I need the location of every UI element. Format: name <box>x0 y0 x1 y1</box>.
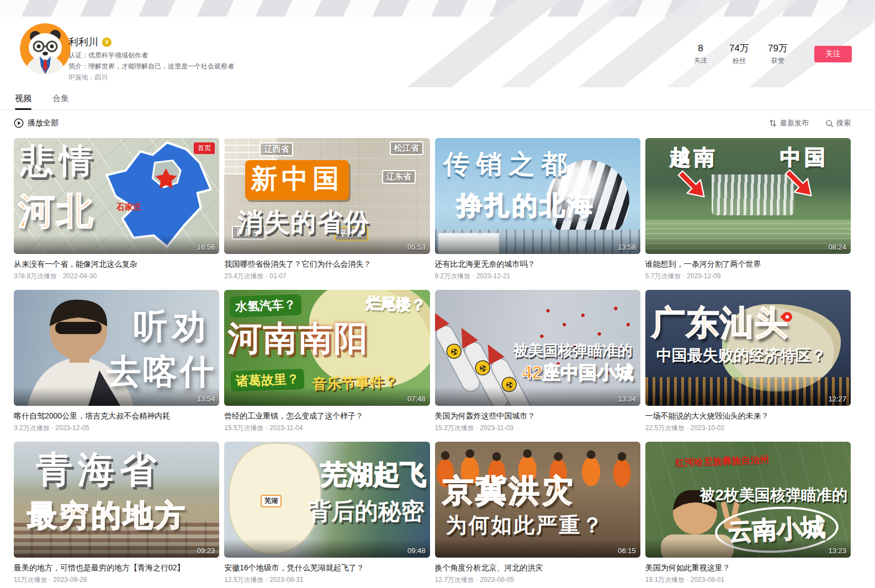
thumb-text-main: 河南南阳 <box>227 315 369 362</box>
video-card[interactable]: 09:23 青海省最穷的地方 最美的地方，可惜也是最穷的地方【青海之行02】 1… <box>14 442 219 584</box>
video-title[interactable]: 安徽16个地级市，凭什么芜湖就起飞了？ <box>224 563 429 573</box>
video-title[interactable]: 一场不能说的大火烧毁汕头的未来？ <box>645 411 851 421</box>
video-grid: 16:56 悲情河北石家庄首页 从来没有一个省，能像河北这么复杂 378.8万次… <box>0 136 875 584</box>
video-title[interactable]: 从来没有一个省，能像河北这么复杂 <box>14 259 219 269</box>
play-all-button[interactable]: 播放全部 <box>14 118 59 128</box>
thumb-text-accent: 最穷的地方 <box>27 496 187 536</box>
thumb-text-accent: 广东汕头 <box>652 301 789 346</box>
search-button[interactable]: 搜索 <box>825 118 851 128</box>
video-duration: 12:27 <box>828 395 846 403</box>
video-thumbnail[interactable]: 09:48 芜湖芜湖起飞背后的秘密 <box>224 442 429 558</box>
thumb-text-main: 被2枚美国核弹瞄准的 <box>699 485 847 506</box>
thumb-text-main: 悲情 <box>20 139 98 184</box>
video-meta: 378.8万次播放 · 2022-04-30 <box>14 272 219 280</box>
red-arrow-left-icon <box>677 169 708 200</box>
video-thumbnail[interactable]: 13:54 听劝去喀什 <box>14 290 219 406</box>
thumb-text-accent: 河北 <box>18 187 96 236</box>
video-title[interactable]: 美国为何轰炸这些中国城市？ <box>435 411 640 421</box>
video-thumbnail[interactable]: 13:23 红河哈尼族彝族自治州被2枚美国核弹瞄准的云南小城 <box>645 442 851 558</box>
profile-header: 利利川 V 认证：优质科学领域创作者 简介：理解世界，才能理解自己，这里是一个社… <box>0 0 875 87</box>
thumb-text-main: 为何如此严重？ <box>446 511 604 539</box>
video-duration: 16:56 <box>197 243 215 251</box>
video-meta: 11万次播放 · 2023-09-28 <box>14 576 219 584</box>
video-card[interactable]: 13:34 ☢被美国核弹瞄准的42座中国小城 美国为何轰炸这些中国城市？ 15.… <box>435 290 640 432</box>
video-meta: 22.5万次播放 · 2023-10-02 <box>645 424 851 432</box>
video-duration: 13:23 <box>828 547 846 555</box>
play-circle-icon <box>14 118 24 128</box>
tab-bar: 视频 合集 <box>0 87 875 110</box>
video-card[interactable]: 07:48 水氢汽车？烂尾楼？河南南阳诸葛故里？音乐节事件？ 曾经的工业重镇，怎… <box>224 290 429 432</box>
video-title[interactable]: 谁能想到，一条河分割了两个世界 <box>645 259 851 269</box>
thumb-text-accent: 42座中国小城 <box>522 361 634 385</box>
video-meta: 23.4万次播放 · 01-07 <box>224 272 429 280</box>
stat-followers[interactable]: 74万 粉丝 <box>723 42 755 66</box>
thumb-text-main: 背后的秘密 <box>309 496 425 527</box>
avatar[interactable] <box>20 23 71 74</box>
video-card[interactable]: 05:53 辽西省松江省辽东省西康省平原省新中国消失的省份 我国哪些省份消失了？… <box>224 138 429 280</box>
video-card[interactable]: 12:27 广东汕头中国最失败的经济特区？ 一场不能说的大火烧毁汕头的未来？ 2… <box>645 290 851 432</box>
video-duration: 08:24 <box>828 243 846 251</box>
video-thumbnail[interactable]: 06:15 京冀洪灾为何如此严重？ <box>435 442 640 558</box>
video-card[interactable]: 13:54 听劝去喀什 喀什自驾2000公里，塔吉克大叔不会精神内耗 3.2万次… <box>14 290 219 432</box>
ip-location-line: IP属地：四川 <box>68 73 234 82</box>
video-card[interactable]: 16:56 悲情河北石家庄首页 从来没有一个省，能像河北这么复杂 378.8万次… <box>14 138 219 280</box>
video-duration: 06:15 <box>618 547 636 555</box>
video-title[interactable]: 最美的地方，可惜也是最穷的地方【青海之行02】 <box>14 563 219 573</box>
video-meta: 3.2万次播放 · 2023-12-05 <box>14 424 219 432</box>
video-title[interactable]: 我国哪些省份消失了？它们为什么会消失？ <box>224 259 429 269</box>
thumb-text-main: 青海省 <box>36 445 162 495</box>
video-meta: 15.5万次播放 · 2023-11-04 <box>224 424 429 432</box>
thumb-text-main: 去喀什 <box>107 348 216 395</box>
verified-badge-icon: V <box>102 38 112 47</box>
video-thumbnail[interactable]: 16:56 悲情河北石家庄首页 <box>14 138 219 254</box>
video-duration: 07:48 <box>407 395 426 403</box>
video-meta: 19.1万次播放 · 2023-08-01 <box>645 576 851 584</box>
video-title[interactable]: 美国为何如此重视这里？ <box>645 563 851 573</box>
video-title[interactable]: 喀什自驾2000公里，塔吉克大叔不会精神内耗 <box>14 411 219 421</box>
waterfall-icon <box>712 174 794 215</box>
thumb-text-accent: 挣扎的北海 <box>457 189 595 223</box>
province-label: 松江省 <box>390 141 423 155</box>
video-thumbnail[interactable]: 08:24 越南中国 <box>645 138 851 254</box>
video-card[interactable]: 09:48 芜湖芜湖起飞背后的秘密 安徽16个地级市，凭什么芜湖就起飞了？ 12… <box>224 442 429 584</box>
video-thumbnail[interactable]: 07:48 水氢汽车？烂尾楼？河南南阳诸葛故里？音乐节事件？ <box>224 290 429 406</box>
video-thumbnail[interactable]: 13:34 ☢被美国核弹瞄准的42座中国小城 <box>435 290 640 406</box>
corner-badge: 首页 <box>194 142 215 154</box>
thumb-text-accent: 芜湖起飞 <box>321 457 427 492</box>
sort-button[interactable]: 最新发布 <box>768 118 809 128</box>
video-title[interactable]: 换个角度分析北京、河北的洪灾 <box>435 563 640 573</box>
video-card[interactable]: 08:24 越南中国 谁能想到，一条河分割了两个世界 5.7万次播放 · 202… <box>645 138 851 280</box>
video-thumbnail[interactable]: 13:58 传销之都挣扎的北海 <box>435 138 640 254</box>
video-duration: 09:48 <box>407 547 426 555</box>
water-icon <box>645 220 851 254</box>
thumb-text-accent: 京冀洪灾 <box>443 470 575 512</box>
video-meta: 12.7万次播放 · 2023-08-05 <box>435 576 640 584</box>
video-card[interactable]: 13:23 红河哈尼族彝族自治州被2枚美国核弹瞄准的云南小城 美国为何如此重视这… <box>645 442 851 584</box>
certification-line: 认证：优质科学领域创作者 <box>68 51 234 60</box>
video-card[interactable]: 06:15 京冀洪灾为何如此严重？ 换个角度分析北京、河北的洪灾 12.7万次播… <box>435 442 640 584</box>
follow-button[interactable]: 关注 <box>814 46 852 62</box>
bio-line: 简介：理解世界，才能理解自己，这里是一个社会观察者 <box>68 62 234 71</box>
stat-likes[interactable]: 79万 获赞 <box>762 42 794 66</box>
video-duration: 05:53 <box>407 243 426 251</box>
tab-videos[interactable]: 视频 <box>14 87 33 110</box>
hebei-map-icon <box>100 141 214 251</box>
city-strip-icon <box>435 230 640 254</box>
video-meta: 5.7万次播放 · 2023-12-09 <box>645 272 851 280</box>
video-title[interactable]: 曾经的工业重镇，怎么变成了这个样子？ <box>224 411 429 421</box>
video-card[interactable]: 13:58 传销之都挣扎的北海 还有比北海更无奈的城市吗？ 9.2万次播放 · … <box>435 138 640 280</box>
sort-icon <box>768 119 777 128</box>
video-meta: 12.5万次播放 · 2023-08-31 <box>224 576 429 584</box>
video-duration: 09:23 <box>197 547 215 555</box>
map-region-label: 红河哈尼族彝族自治州 <box>675 453 769 469</box>
stat-following[interactable]: 8 关注 <box>685 43 717 65</box>
toolbar: 播放全部 最新发布 搜索 <box>0 110 875 136</box>
video-meta: 15.2万次播放 · 2023-11-03 <box>435 424 640 432</box>
divider <box>804 44 804 64</box>
video-thumbnail[interactable]: 09:23 青海省最穷的地方 <box>14 442 219 558</box>
video-title[interactable]: 还有比北海更无奈的城市吗？ <box>435 259 640 269</box>
tab-collections[interactable]: 合集 <box>51 87 70 110</box>
video-thumbnail[interactable]: 12:27 广东汕头中国最失败的经济特区？ <box>645 290 851 406</box>
video-thumbnail[interactable]: 05:53 辽西省松江省辽东省西康省平原省新中国消失的省份 <box>224 138 429 254</box>
country-label: 中国 <box>780 144 829 172</box>
